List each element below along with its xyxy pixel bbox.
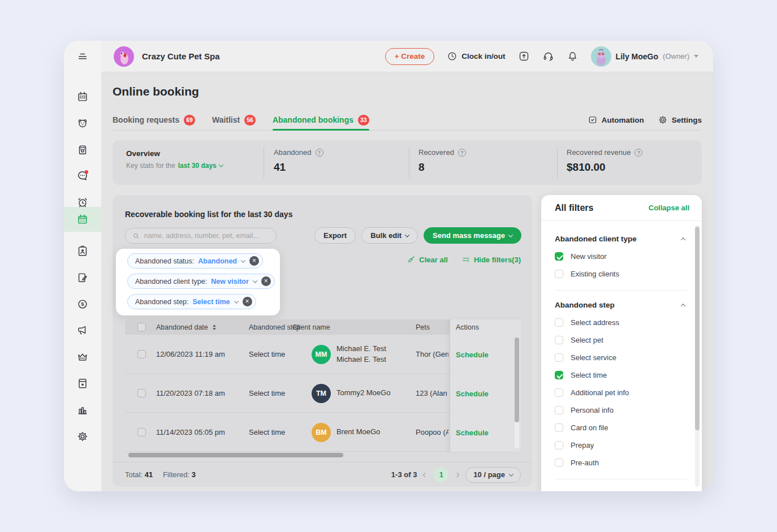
clock-in-out-button[interactable]: Clock in/out [447,51,505,62]
filter-option[interactable]: Select pet [555,331,687,349]
retail-bag-icon[interactable] [64,139,101,161]
marketing-megaphone-icon[interactable] [64,319,101,341]
filtered-count: 3 [192,470,196,479]
checkbox[interactable] [555,388,563,397]
period-dropdown[interactable]: last 30 days [178,162,223,170]
clear-all-button[interactable]: Clear all [407,255,448,264]
filter-option[interactable]: Card on file [555,419,687,436]
total-count: 41 [145,470,153,479]
remove-filter-icon[interactable] [249,256,259,266]
chip-abandoned-client-type[interactable]: Abandoned client type: New visitor [127,274,275,289]
tab-booking-requests[interactable]: Booking requests 69 [113,110,195,130]
calendar-icon[interactable] [64,85,101,108]
filter-option[interactable]: Personal info [555,401,687,419]
checkbox[interactable] [555,336,563,344]
remove-filter-icon[interactable] [261,276,271,286]
settings-gear-icon[interactable] [64,425,101,448]
checkbox[interactable] [555,406,563,414]
pos-terminal-icon[interactable] [64,372,101,395]
tab-abandoned-bookings[interactable]: Abandoned bookings 33 [273,110,369,130]
section-abandoned-status[interactable]: Abandoned status [555,490,687,491]
help-icon[interactable] [316,149,323,157]
settings-button[interactable]: Settings [658,115,702,125]
user-menu[interactable]: Lily MoeGo (Owner) [591,46,698,67]
current-page-button[interactable]: 1 [434,468,448,482]
reports-chart-icon[interactable] [64,399,101,421]
bulk-edit-button[interactable]: Bulk edit [361,227,418,244]
checkbox[interactable] [555,252,563,261]
checkbox[interactable] [555,423,563,432]
finance-dollar-icon[interactable]: $ [64,293,101,315]
chip-abandoned-step[interactable]: Abandoned step: Select time [127,294,256,309]
schedule-link[interactable]: Schedule [456,429,489,437]
dog-icon[interactable] [64,112,101,135]
filter-option[interactable]: Select address [555,314,687,331]
business-avatar [114,46,134,67]
membership-crown-icon[interactable] [64,345,101,368]
user-role: (Owner) [663,52,689,60]
chip-abandoned-status[interactable]: Abandoned status: Abandoned [127,253,263,269]
help-icon[interactable] [458,149,466,157]
notifications-bell-icon[interactable] [567,50,579,62]
help-icon[interactable] [634,149,642,157]
sort-icon[interactable] [213,325,216,330]
filter-option[interactable]: Pre-auth [555,454,687,472]
invoice-icon[interactable] [64,266,101,289]
business-switcher[interactable]: Crazy Cute Pet Spa [114,46,220,67]
section-abandoned-client-type[interactable]: Abandoned client type [555,235,687,243]
filter-option[interactable]: Existing clients [555,265,687,283]
filters-scrollbar[interactable] [695,226,700,487]
row-checkbox[interactable] [137,350,146,358]
tab-waitlist[interactable]: Waitlist 56 [212,110,256,130]
support-headset-icon[interactable] [542,50,554,62]
col-actions: Actions [456,319,479,335]
checkbox[interactable] [555,371,563,379]
checkbox[interactable] [555,441,563,449]
checkbox[interactable] [555,353,563,362]
clock-label: Clock in/out [461,52,505,60]
chevron-down-icon [219,162,223,167]
cell-pets: Thor (Gerr [416,335,448,374]
col-abandoned-date[interactable]: Abandoned date [156,319,216,335]
schedule-link[interactable]: Schedule [456,390,489,398]
active-filter-chips: Abandoned status: Abandoned Abandoned cl… [127,253,275,309]
checkbox[interactable] [555,459,563,467]
hide-filters-button[interactable]: Hide filters(3) [461,255,521,264]
filter-option[interactable]: Select service [555,349,687,366]
page-size-dropdown[interactable]: 10 / page [465,467,521,483]
section-abandoned-step[interactable]: Abandoned step [555,301,687,309]
row-checkbox[interactable] [137,428,146,436]
menu-icon[interactable] [64,45,101,68]
search-input[interactable] [125,228,277,244]
collapse-all-link[interactable]: Collapse all [649,204,689,212]
badge-count: 33 [358,115,369,126]
schedule-link[interactable]: Schedule [456,351,489,359]
all-filters-panel: All filters Collapse all Abandoned clien… [541,195,702,491]
cell-client: MM Michael E. TestMichael E. Test [312,335,386,374]
search-field[interactable] [144,232,269,240]
business-name: Crazy Cute Pet Spa [142,51,220,61]
booking-list-card: Recoverable booking list for the last 30… [113,195,532,487]
checkbox[interactable] [555,318,563,327]
remove-filter-icon[interactable] [243,297,252,306]
export-button[interactable]: Export [314,227,356,244]
create-button[interactable]: + Create [385,48,435,65]
checkout-icon[interactable] [518,50,530,62]
next-page-icon[interactable] [455,473,459,477]
vertical-scrollbar[interactable] [515,338,519,448]
filter-option[interactable]: Select time [555,366,687,384]
filter-option[interactable]: Prepay [555,436,687,454]
horizontal-scrollbar[interactable] [128,453,343,457]
filter-option[interactable]: Additional pet info [555,384,687,401]
select-all-checkbox[interactable] [137,323,146,331]
checkbox[interactable] [555,270,563,278]
cell-step: Select time [249,335,285,374]
prev-page-icon[interactable] [424,473,427,477]
messages-icon[interactable] [64,165,101,187]
row-checkbox[interactable] [137,389,146,397]
online-booking-icon[interactable] [64,208,101,231]
send-mass-message-button[interactable]: Send mass message [424,227,521,244]
client-card-icon[interactable] [64,240,101,262]
automation-button[interactable]: Automation [588,115,644,125]
filter-option[interactable]: New visitor [555,248,687,265]
